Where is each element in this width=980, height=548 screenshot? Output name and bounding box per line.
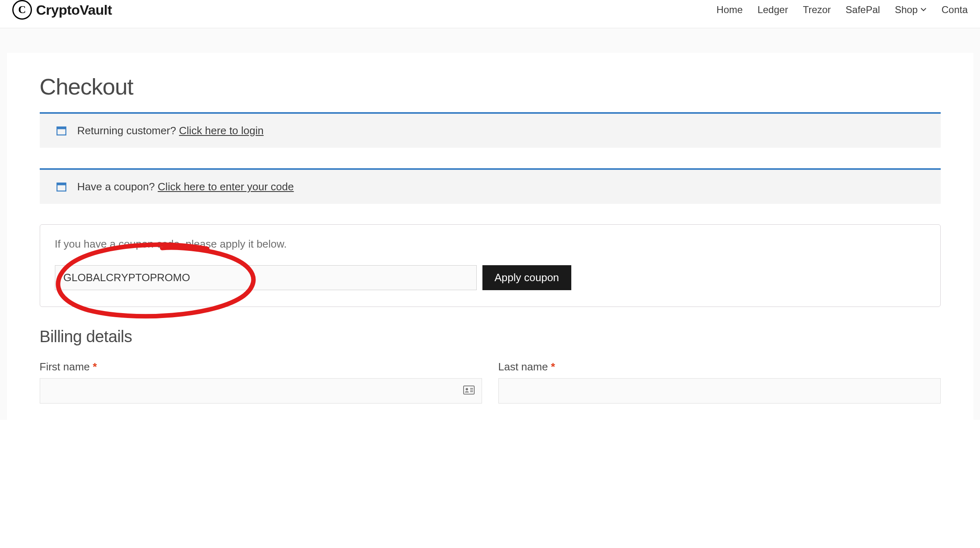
last-name-label-text: Last name bbox=[498, 361, 548, 373]
coupon-hint: If you have a coupon code, please apply … bbox=[55, 238, 926, 250]
coupon-box: If you have a coupon code, please apply … bbox=[40, 224, 941, 307]
brand-name: CryptoVault bbox=[36, 2, 112, 18]
nav-shop[interactable]: Shop bbox=[895, 4, 927, 16]
billing-details-title: Billing details bbox=[40, 327, 941, 346]
nav-trezor[interactable]: Trezor bbox=[803, 4, 831, 16]
logo-icon: C bbox=[12, 0, 32, 20]
coupon-notice-text: Have a coupon? Click here to enter your … bbox=[77, 180, 294, 193]
nav-safepal[interactable]: SafePal bbox=[846, 4, 880, 16]
logo[interactable]: C CryptoVault bbox=[12, 0, 112, 20]
required-mark: * bbox=[551, 361, 555, 373]
svg-point-5 bbox=[466, 388, 468, 390]
nav-contact[interactable]: Conta bbox=[942, 4, 968, 16]
primary-nav: Home Ledger Trezor SafePal Shop Conta bbox=[717, 4, 968, 16]
first-name-input-wrap bbox=[40, 378, 482, 404]
first-name-label: First name * bbox=[40, 361, 482, 373]
svg-rect-3 bbox=[57, 183, 66, 185]
enter-coupon-link[interactable]: Click here to enter your code bbox=[158, 180, 294, 193]
coupon-row: Apply coupon bbox=[55, 265, 926, 290]
nav-shop-label: Shop bbox=[895, 4, 918, 16]
window-icon bbox=[56, 182, 67, 192]
page-title: Checkout bbox=[40, 73, 941, 100]
returning-customer-notice: Returning customer? Click here to login bbox=[40, 112, 941, 148]
returning-prefix: Returning customer? bbox=[77, 124, 179, 137]
billing-name-row: First name * bbox=[40, 361, 941, 404]
returning-customer-text: Returning customer? Click here to login bbox=[77, 124, 264, 137]
coupon-notice: Have a coupon? Click here to enter your … bbox=[40, 168, 941, 204]
coupon-code-input[interactable] bbox=[55, 265, 477, 290]
contact-card-icon bbox=[463, 386, 475, 396]
first-name-col: First name * bbox=[40, 361, 482, 404]
nav-ledger[interactable]: Ledger bbox=[758, 4, 788, 16]
required-mark: * bbox=[93, 361, 97, 373]
page-background: Checkout Returning customer? Click here … bbox=[0, 28, 980, 420]
last-name-label: Last name * bbox=[498, 361, 941, 373]
login-link[interactable]: Click here to login bbox=[179, 124, 264, 137]
first-name-input[interactable] bbox=[40, 378, 482, 404]
checkout-container: Checkout Returning customer? Click here … bbox=[7, 53, 973, 420]
window-icon bbox=[56, 126, 67, 136]
last-name-input[interactable] bbox=[498, 378, 941, 404]
first-name-label-text: First name bbox=[40, 361, 90, 373]
nav-home[interactable]: Home bbox=[717, 4, 743, 16]
chevron-down-icon bbox=[920, 6, 927, 14]
site-header: C CryptoVault Home Ledger Trezor SafePal… bbox=[0, 0, 980, 28]
apply-coupon-button[interactable]: Apply coupon bbox=[482, 265, 572, 290]
coupon-prefix: Have a coupon? bbox=[77, 180, 158, 193]
last-name-col: Last name * bbox=[498, 361, 941, 404]
svg-rect-1 bbox=[57, 127, 66, 129]
